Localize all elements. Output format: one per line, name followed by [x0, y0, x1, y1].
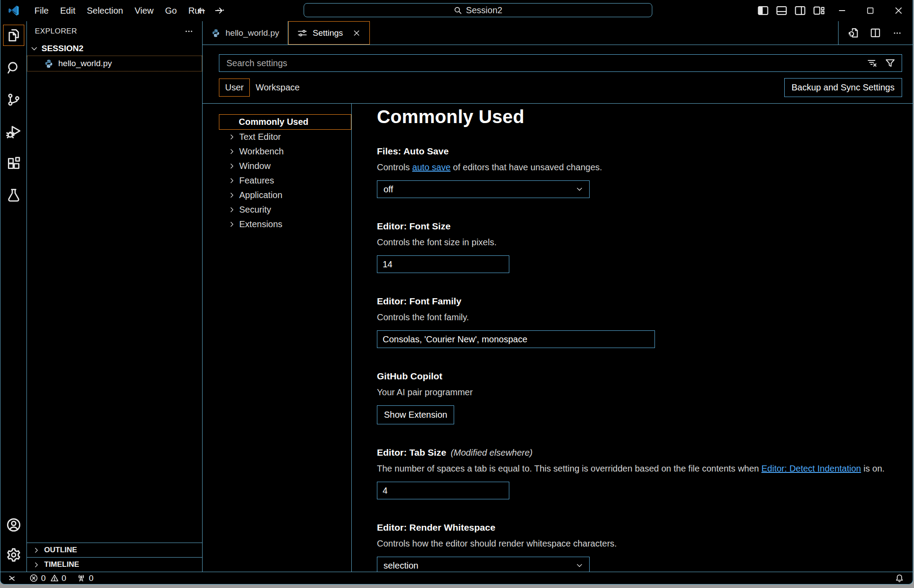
backup-and-sync-button[interactable]: Backup and Sync Settings — [784, 78, 902, 97]
toc-security[interactable]: Security — [219, 202, 351, 217]
chevron-right-icon — [229, 206, 235, 213]
editor-group: hello_world.py Settings — [203, 21, 913, 572]
setting-description: Controls the font family. — [377, 312, 902, 322]
explorer-title: EXPLORER — [35, 27, 77, 36]
filter-funnel-icon[interactable] — [885, 58, 895, 68]
tab-bar: hello_world.py Settings — [203, 21, 913, 45]
timeline-section-header[interactable]: TIMELINE — [27, 557, 202, 572]
errors-status[interactable]: 0 — [30, 573, 46, 583]
radio-tower-icon — [77, 574, 86, 583]
setting-description: Controls how the editor should render wh… — [377, 539, 902, 549]
manage-gear-icon[interactable] — [4, 545, 23, 565]
toggle-secondary-sidebar-icon[interactable] — [794, 5, 806, 16]
toc-workbench[interactable]: Workbench — [219, 144, 351, 159]
ports-status[interactable]: 0 — [77, 573, 94, 583]
split-editor-icon[interactable] — [870, 27, 881, 38]
setting-label: GitHub Copilot — [377, 371, 902, 382]
outline-section-header[interactable]: OUTLINE — [27, 543, 202, 557]
minimize-button[interactable] — [828, 0, 856, 21]
settings-toc: Commonly Used Text Editor Workbench Wind… — [219, 104, 351, 572]
toc-features[interactable]: Features — [219, 173, 351, 188]
setting-label: Editor: Tab Size(Modified elsewhere) — [377, 447, 902, 458]
explorer-view-icon[interactable] — [3, 25, 24, 46]
menu-file[interactable]: File — [29, 4, 54, 18]
error-icon — [30, 574, 38, 582]
source-control-view-icon[interactable] — [4, 90, 23, 109]
settings-body: Commonly Used Text Editor Workbench Wind… — [219, 104, 902, 572]
toc-text-editor[interactable]: Text Editor — [219, 130, 351, 144]
tab-settings[interactable]: Settings — [288, 21, 370, 45]
testing-view-icon[interactable] — [4, 185, 23, 205]
toc-extensions[interactable]: Extensions — [219, 217, 351, 232]
font-size-input[interactable] — [377, 255, 509, 273]
chevron-right-icon — [229, 163, 235, 169]
command-center-query: Session2 — [466, 5, 502, 15]
remote-indicator-icon[interactable] — [7, 574, 16, 583]
tab-label: Settings — [312, 28, 343, 38]
font-family-input[interactable] — [377, 330, 655, 348]
chevron-right-icon — [33, 547, 40, 554]
workspace-root-folder[interactable]: SESSION2 — [27, 41, 202, 56]
notifications-bell-icon[interactable] — [895, 574, 904, 583]
warnings-status[interactable]: 0 — [50, 573, 67, 583]
detect-indentation-link[interactable]: Editor: Detect Indentation — [761, 464, 861, 473]
search-view-icon[interactable] — [4, 58, 23, 78]
settings-content: Commonly Used Files: Auto Save Controls … — [351, 104, 902, 572]
activity-bar — [0, 21, 27, 572]
scope-tab-user[interactable]: User — [219, 79, 250, 97]
customize-layout-icon[interactable] — [813, 5, 824, 16]
toc-window[interactable]: Window — [219, 159, 351, 173]
chevron-right-icon — [229, 148, 235, 155]
menu-go[interactable]: Go — [159, 4, 183, 18]
scope-tab-workspace[interactable]: Workspace — [250, 79, 305, 96]
chevron-right-icon — [229, 221, 235, 228]
python-file-icon — [211, 29, 220, 37]
settings-sliders-icon — [297, 28, 307, 38]
setting-editor-render-whitespace: Editor: Render Whitespace Controls how t… — [377, 522, 902, 572]
file-item-hello-world[interactable]: hello_world.py — [27, 56, 202, 71]
setting-label: Editor: Font Family — [377, 296, 902, 307]
history-nav — [196, 0, 224, 21]
accounts-icon[interactable] — [4, 515, 23, 535]
chevron-right-icon — [229, 192, 235, 198]
render-whitespace-select[interactable]: selection — [377, 557, 590, 572]
extensions-view-icon[interactable] — [4, 154, 23, 173]
auto-save-select[interactable]: off — [377, 180, 590, 198]
show-extension-button[interactable]: Show Extension — [377, 405, 454, 424]
close-window-button[interactable] — [884, 0, 913, 21]
menu-selection[interactable]: Selection — [81, 4, 129, 18]
back-arrow-icon[interactable] — [196, 6, 206, 15]
vscode-logo-icon — [8, 4, 20, 17]
close-tab-icon[interactable] — [353, 29, 361, 37]
toc-application[interactable]: Application — [219, 188, 351, 202]
file-item-label: hello_world.py — [58, 59, 112, 68]
more-editor-actions-icon[interactable] — [891, 29, 903, 37]
setting-files-auto-save: Files: Auto Save Controls auto save of e… — [377, 146, 902, 198]
menu-edit[interactable]: Edit — [54, 4, 81, 18]
toggle-panel-icon[interactable] — [776, 5, 787, 16]
settings-scope-row: User Workspace Backup and Sync Settings — [203, 78, 913, 104]
open-settings-json-icon[interactable] — [848, 27, 859, 38]
toc-commonly-used[interactable]: Commonly Used — [219, 114, 351, 130]
explorer-more-actions-icon[interactable] — [184, 27, 194, 36]
chevron-down-icon — [576, 186, 583, 193]
tab-size-input[interactable] — [377, 482, 509, 499]
outline-section-label: OUTLINE — [44, 546, 77, 554]
setting-description: Your AI pair programmer — [377, 387, 902, 397]
tab-hello-world[interactable]: hello_world.py — [203, 21, 288, 45]
run-debug-view-icon[interactable] — [4, 122, 23, 141]
command-center-search[interactable]: Session2 — [304, 3, 652, 17]
status-bar: 0 0 0 — [0, 572, 913, 584]
auto-save-link[interactable]: auto save — [412, 162, 451, 172]
timeline-section-label: TIMELINE — [44, 560, 79, 569]
setting-label: Editor: Render Whitespace — [377, 522, 902, 533]
toggle-primary-sidebar-icon[interactable] — [757, 5, 769, 16]
settings-search-input[interactable] — [226, 58, 862, 69]
clear-filters-icon[interactable] — [867, 58, 878, 68]
maximize-button[interactable] — [856, 0, 884, 21]
chevron-right-icon — [33, 562, 40, 568]
title-bar: File Edit Selection View Go Run Session2 — [0, 0, 913, 21]
forward-arrow-icon[interactable] — [214, 6, 224, 15]
menu-view[interactable]: View — [129, 4, 159, 18]
setting-label: Files: Auto Save — [377, 146, 902, 157]
